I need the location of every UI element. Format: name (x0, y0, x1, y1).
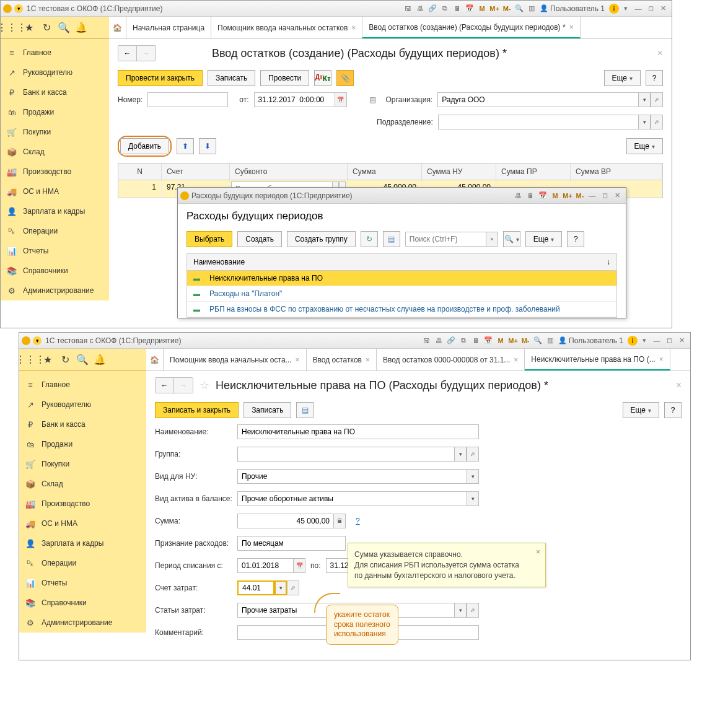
forward-button[interactable]: → (137, 46, 156, 61)
sidebar-item[interactable]: 📚Справочники (1, 261, 109, 281)
star-icon[interactable]: ★ (39, 351, 56, 369)
sidebar-item[interactable]: ⚙Администрирование (1, 281, 109, 300)
sidebar-item[interactable]: 📊Отчеты (19, 573, 146, 593)
list-item[interactable]: ▬Неисключительные права на ПО (187, 271, 616, 286)
calc-icon[interactable]: 🖩 (452, 3, 463, 14)
close-icon[interactable]: ✕ (657, 3, 669, 14)
calendar-icon[interactable]: 📅 (537, 190, 548, 201)
minimize-icon[interactable]: — (587, 190, 598, 201)
apps-icon[interactable]: ⋮⋮⋮ (3, 19, 20, 37)
dropdown-icon[interactable]: ▾ (467, 491, 479, 506)
tab-close-icon[interactable]: × (296, 356, 300, 364)
list-item[interactable]: ▬РБП на взносы в ФСС по страхованию от н… (187, 302, 616, 317)
m-plus-icon[interactable]: M+ (489, 3, 500, 14)
help-button[interactable]: ? (646, 70, 663, 86)
acct-input[interactable] (237, 580, 274, 595)
sidebar-item[interactable]: 🛍Продажи (19, 434, 146, 454)
search-button[interactable]: 🔍 (503, 231, 520, 247)
asset-input[interactable] (237, 491, 467, 506)
calc-icon[interactable]: 🖩 (525, 190, 536, 201)
date-input[interactable] (254, 92, 335, 107)
tab-start[interactable]: Начальная страница (126, 17, 211, 38)
tab-close-icon[interactable]: × (351, 24, 356, 32)
link-icon[interactable]: 🔗 (427, 3, 438, 14)
history-icon[interactable]: ↻ (56, 351, 74, 369)
clear-search-icon[interactable]: × (486, 232, 498, 247)
sidebar-item[interactable]: ≡Главное (19, 375, 146, 395)
save-icon[interactable]: 🖫 (402, 3, 413, 14)
bell-icon[interactable]: 🔔 (91, 351, 108, 369)
more-button[interactable]: Еще (604, 70, 641, 86)
date-picker-icon[interactable]: 📅 (293, 558, 305, 573)
more-button[interactable]: Еще (623, 402, 659, 418)
save-close-button[interactable]: Записать и закрыть (155, 402, 239, 418)
more-button-2[interactable]: Еще (626, 138, 663, 154)
sidebar-item[interactable]: ↗Руководителю (19, 395, 146, 414)
tab-rights[interactable]: Неисключительные права на ПО (...× (525, 349, 670, 370)
print-icon[interactable]: 🖶 (512, 190, 524, 201)
user-name[interactable]: Пользователь 1 (569, 336, 623, 345)
info-icon[interactable]: i (628, 336, 638, 346)
sidebar-item[interactable]: ₽Банк и касса (1, 82, 109, 102)
m-plus-icon[interactable]: M+ (562, 190, 573, 201)
favorite-icon[interactable]: ☆ (200, 379, 209, 392)
sidebar-item[interactable]: 🏭Производство (1, 162, 109, 182)
modal-help-button[interactable]: ? (567, 231, 584, 247)
sidebar-item[interactable]: 👤Зарплата и кадры (19, 533, 146, 553)
save-icon[interactable]: 🖫 (421, 335, 432, 346)
open-icon[interactable]: ⬀ (651, 115, 663, 129)
add-button[interactable]: Добавить (120, 138, 169, 154)
select-button[interactable]: Выбрать (186, 231, 232, 247)
sidebar-item[interactable]: 🛒Покупки (1, 122, 109, 142)
dropdown-icon[interactable]: ▾ (14, 4, 23, 13)
record-button[interactable]: Записать (243, 402, 291, 418)
m-minus-icon[interactable]: M- (501, 3, 512, 14)
create-button[interactable]: Создать (237, 231, 282, 247)
maximize-icon[interactable]: ◻ (645, 3, 656, 14)
sidebar-item[interactable]: ⚙Администрирование (19, 613, 146, 633)
m-minus-icon[interactable]: M- (574, 190, 585, 201)
tab-helper[interactable]: Помощник ввода начальных остатков× (211, 17, 362, 38)
dd-icon[interactable]: ▾ (620, 3, 631, 14)
dropdown-icon[interactable]: ▾ (33, 336, 42, 345)
sidebar-item[interactable]: 👤Зарплата и кадры (1, 201, 109, 221)
open-icon[interactable]: ⬀ (467, 603, 479, 618)
calendar-icon[interactable]: 📅 (483, 335, 494, 346)
tab-home[interactable]: 🏠 (146, 349, 164, 370)
sidebar-item[interactable]: ᴰₖОперации (19, 553, 146, 573)
sidebar-item[interactable]: 🚚ОС и НМА (19, 514, 146, 533)
help-button[interactable]: ? (664, 402, 682, 418)
date-picker-icon[interactable]: 📅 (335, 92, 347, 107)
calc-icon[interactable]: 🖩 (470, 335, 481, 346)
panel-icon[interactable]: ▥ (545, 335, 556, 346)
print-icon[interactable]: 🖶 (433, 335, 444, 346)
user-icon[interactable]: 👤 (557, 335, 568, 346)
zoom-icon[interactable]: 🔍 (532, 335, 543, 346)
tab-entry[interactable]: Ввод остатков (создание) (Расходы будущи… (362, 17, 580, 38)
dropdown-icon[interactable]: ▾ (467, 469, 479, 484)
list-button[interactable]: ▤ (383, 231, 400, 247)
maximize-icon[interactable]: ◻ (599, 190, 610, 201)
tooltip-close-icon[interactable]: × (536, 547, 540, 558)
sort-icon[interactable]: ↓ (607, 258, 610, 266)
m-plus-icon[interactable]: M+ (507, 335, 519, 346)
dropdown-icon[interactable]: ▾ (638, 92, 651, 107)
period-from-input[interactable] (237, 558, 293, 573)
bell-icon[interactable]: 🔔 (72, 19, 90, 37)
apps-icon[interactable]: ⋮⋮⋮ (22, 351, 39, 369)
sidebar-item[interactable]: ↗Руководителю (1, 63, 109, 82)
post-close-button[interactable]: Провести и закрыть (118, 70, 203, 86)
sum-help-link[interactable]: ? (356, 517, 360, 525)
tab-entry[interactable]: Ввод остатков× (307, 349, 377, 370)
zoom-icon[interactable]: 🔍 (514, 3, 525, 14)
minimize-icon[interactable]: — (651, 335, 662, 346)
info-icon[interactable]: i (609, 4, 619, 14)
cell-n[interactable]: 1 (118, 180, 162, 198)
close-icon[interactable]: ✕ (612, 190, 623, 201)
sidebar-item[interactable]: 🏭Производство (19, 494, 146, 514)
search-icon[interactable]: 🔍 (55, 19, 72, 37)
dept-input[interactable] (438, 115, 638, 129)
sidebar-item[interactable]: 🚚ОС и НМА (1, 182, 109, 201)
create-group-button[interactable]: Создать группу (287, 231, 356, 247)
tab-close-icon[interactable]: × (659, 355, 664, 364)
